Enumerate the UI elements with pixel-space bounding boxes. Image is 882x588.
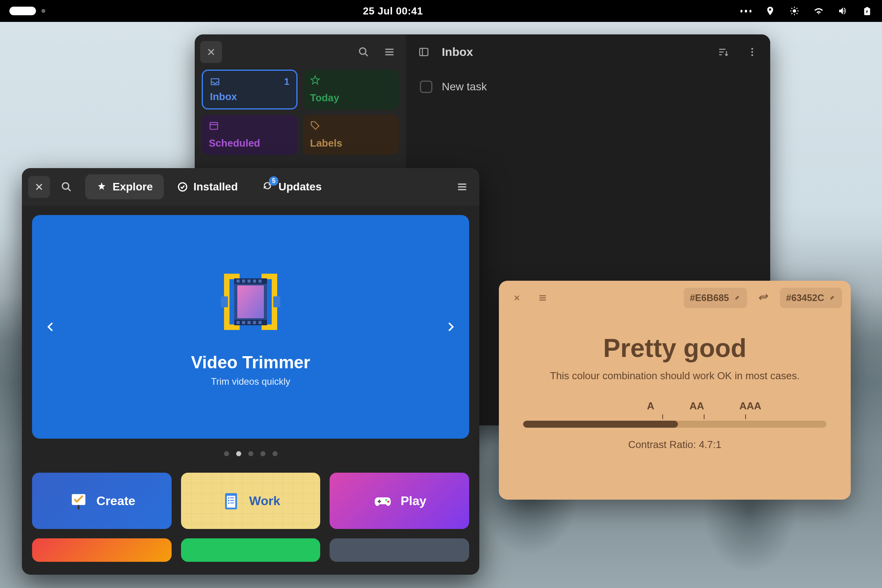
pager-dot[interactable]: [272, 451, 278, 456]
color-2-field[interactable]: #63452C: [780, 288, 842, 308]
svg-rect-49: [228, 502, 229, 504]
svg-rect-25: [262, 274, 277, 279]
close-button[interactable]: [200, 41, 222, 63]
pager-dot[interactable]: [236, 451, 241, 456]
category-work[interactable]: Work: [181, 473, 321, 529]
category-tile[interactable]: [330, 538, 469, 562]
svg-rect-33: [247, 280, 251, 283]
sort-button[interactable]: [712, 41, 734, 63]
svg-rect-40: [258, 321, 262, 324]
tab-installed[interactable]: Installed: [166, 174, 249, 199]
svg-rect-38: [247, 321, 251, 324]
inbox-count: 1: [284, 76, 289, 87]
hero-next[interactable]: [442, 318, 459, 335]
svg-rect-42: [273, 296, 280, 307]
tab-updates[interactable]: 5 Updates: [251, 174, 332, 199]
contrast-window: #E6B685 #63452C Pretty good This colour …: [499, 281, 851, 500]
svg-rect-23: [224, 274, 240, 279]
hero-subtitle: Trim videos quickly: [211, 376, 290, 387]
svg-line-6: [796, 13, 797, 14]
swap-button[interactable]: [754, 289, 773, 307]
main-title: Inbox: [442, 45, 473, 59]
contrast-ratio: Contrast Ratio: 4.7:1: [523, 439, 826, 451]
svg-rect-11: [210, 122, 218, 129]
clipboard-icon: [221, 491, 241, 511]
category-play-label: Play: [401, 494, 427, 508]
top-bar: 25 Jul 00:41: [0, 0, 882, 22]
card-inbox[interactable]: 1 Inbox: [202, 70, 298, 109]
tab-explore-label: Explore: [113, 181, 153, 193]
location-icon[interactable]: [765, 5, 776, 16]
pager-dot[interactable]: [248, 451, 253, 456]
pager-dot[interactable]: [224, 451, 229, 456]
brightness-icon[interactable]: [789, 5, 800, 16]
hamburger-button[interactable]: [533, 289, 552, 307]
category-play[interactable]: Play: [330, 473, 469, 529]
svg-point-15: [751, 48, 753, 50]
hamburger-button[interactable]: [451, 176, 473, 198]
tab-installed-label: Installed: [194, 181, 238, 193]
inbox-label: Inbox: [210, 91, 289, 103]
category-create[interactable]: Create: [32, 473, 172, 529]
svg-point-9: [360, 48, 366, 54]
tag-icon: [310, 120, 320, 131]
checkbox[interactable]: [420, 81, 432, 93]
wifi-icon[interactable]: [813, 5, 824, 16]
tab-explore[interactable]: Explore: [85, 174, 164, 199]
eyedropper-icon: [828, 294, 836, 302]
svg-line-8: [796, 8, 797, 9]
svg-rect-32: [242, 280, 245, 283]
category-work-label: Work: [249, 494, 280, 508]
card-labels[interactable]: Labels: [303, 115, 399, 155]
new-task-row[interactable]: New task: [406, 70, 770, 104]
software-window: Explore Installed 5 Updates: [22, 168, 479, 575]
contrast-bar-fill: [523, 421, 678, 428]
level-aaa: AAA: [739, 400, 761, 412]
level-a: A: [647, 400, 654, 412]
svg-rect-48: [228, 500, 229, 501]
scale-ticks: [582, 414, 826, 419]
card-scheduled[interactable]: Scheduled: [202, 115, 298, 155]
svg-rect-47: [228, 497, 229, 498]
card-today[interactable]: Today: [303, 70, 399, 109]
overflow-icon[interactable]: [740, 5, 751, 16]
sidebar-toggle-button[interactable]: [413, 41, 435, 63]
battery-icon[interactable]: [862, 5, 873, 16]
eyedropper-icon: [733, 294, 741, 302]
contrast-heading: Pretty good: [523, 333, 826, 363]
pager-dot[interactable]: [260, 451, 265, 456]
svg-line-7: [791, 13, 792, 14]
activities-pill[interactable]: [9, 7, 36, 15]
workspace-dot[interactable]: [41, 9, 45, 13]
today-label: Today: [310, 92, 392, 104]
svg-line-10: [365, 54, 368, 56]
search-button[interactable]: [353, 41, 375, 63]
hero-title: Video Trimmer: [191, 353, 310, 372]
hero-banner[interactable]: Video Trimmer Trim videos quickly: [32, 215, 469, 439]
clock[interactable]: 25 Jul 00:41: [363, 5, 423, 17]
star-icon: [310, 75, 320, 85]
volume-icon[interactable]: [837, 5, 848, 16]
color-1-field[interactable]: #E6B685: [684, 288, 747, 308]
svg-rect-50: [230, 497, 234, 498]
color-2-value: #63452C: [786, 292, 824, 303]
search-button[interactable]: [56, 176, 77, 198]
hamburger-button[interactable]: [378, 41, 400, 63]
svg-rect-56: [378, 500, 380, 503]
category-tile[interactable]: [32, 538, 172, 562]
close-button[interactable]: [28, 176, 50, 198]
labels-label: Labels: [310, 137, 392, 149]
more-button[interactable]: [741, 41, 763, 63]
svg-point-0: [793, 9, 796, 13]
svg-rect-28: [237, 285, 264, 318]
scale-labels: A AA AAA: [582, 400, 826, 412]
svg-point-17: [751, 54, 753, 56]
close-button[interactable]: [507, 289, 526, 307]
category-tile[interactable]: [181, 538, 321, 562]
hero-prev[interactable]: [42, 318, 59, 335]
svg-rect-13: [420, 48, 428, 56]
pager: [32, 451, 469, 456]
inbox-icon: [210, 77, 220, 87]
calendar-icon: [209, 120, 219, 131]
easel-icon: [68, 491, 89, 511]
